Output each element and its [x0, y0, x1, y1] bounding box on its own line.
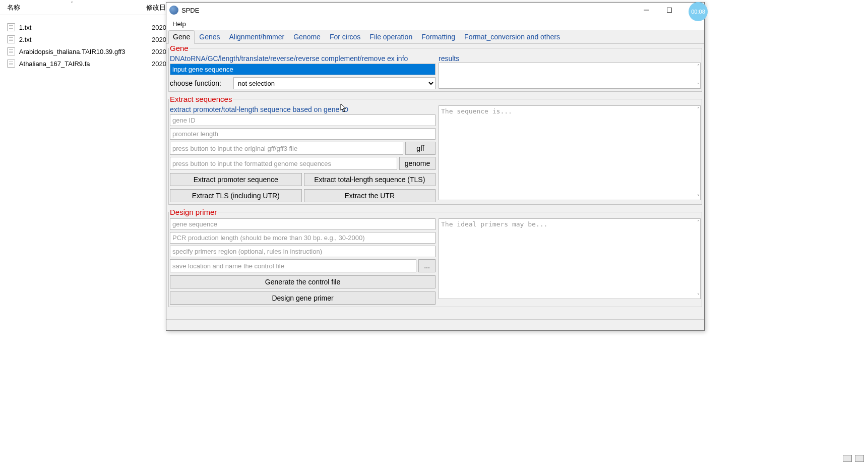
- control-file-browse-button[interactable]: ...: [418, 259, 436, 272]
- file-row[interactable]: Arabidopsis_thaliana.TAIR10.39.gff3 2020: [0, 45, 166, 57]
- extract-sequences-group: Extract sequences extract promoter/total…: [168, 95, 702, 205]
- gene-results-output[interactable]: [439, 63, 701, 89]
- sort-indicator-icon: ˅: [71, 1, 73, 7]
- column-date-header[interactable]: 修改日: [146, 3, 166, 12]
- file-icon: [7, 47, 15, 55]
- results-label: results: [439, 54, 701, 63]
- explorer-header: ˅ 名称 修改日: [0, 0, 166, 15]
- tab-formatting[interactable]: Formatting: [417, 30, 460, 43]
- tab-gene[interactable]: Gene: [168, 30, 195, 44]
- minimize-button[interactable]: [635, 3, 658, 18]
- gene-desc-label: DNAtoRNA/GC/length/translate/reverse/rev…: [170, 54, 436, 64]
- tab-content: Gene DNAtoRNA/GC/length/translate/revers…: [166, 44, 704, 319]
- scroll-up-icon[interactable]: ˄: [697, 106, 700, 112]
- extract-tls-button[interactable]: Extract total-length sequence (TLS): [304, 173, 436, 186]
- titlebar: SPDE: [166, 3, 704, 18]
- tab-alignment-hmmer[interactable]: Alignment/hmmer: [225, 30, 289, 43]
- file-name: Athaliana_167_TAIR9.fa: [19, 60, 152, 68]
- scroll-up-icon[interactable]: ˄: [697, 219, 700, 225]
- file-row[interactable]: 1.txt 2020: [0, 21, 166, 33]
- file-row[interactable]: 2.txt 2020: [0, 33, 166, 45]
- file-date: 2020: [152, 48, 166, 55]
- gene-sequence-input[interactable]: [170, 64, 436, 75]
- choose-function-select[interactable]: not selection: [233, 77, 436, 89]
- gene-group: Gene DNAtoRNA/GC/length/translate/revers…: [168, 44, 702, 92]
- choose-function-label: choose function:: [170, 79, 230, 87]
- svg-rect-1: [667, 8, 672, 13]
- tab-file-operation[interactable]: File operation: [365, 30, 417, 43]
- extract-results-output[interactable]: [439, 105, 701, 200]
- tabbar: Gene Genes Alignment/hmmer Genome For ci…: [166, 30, 704, 44]
- gff-path-input[interactable]: [170, 142, 403, 155]
- genome-browse-button[interactable]: genome: [399, 157, 436, 170]
- app-icon: [169, 6, 178, 15]
- primer-gene-sequence-input[interactable]: [170, 218, 436, 230]
- scroll-down-icon[interactable]: ˅: [697, 82, 700, 88]
- tab-for-circos[interactable]: For circos: [325, 30, 365, 43]
- tray-icon[interactable]: [855, 455, 864, 462]
- column-name-header[interactable]: 名称: [0, 3, 146, 12]
- file-icon: [7, 60, 15, 68]
- generate-control-file-button[interactable]: Generate the control file: [170, 275, 436, 288]
- file-list: 1.txt 2020 2.txt 2020 Arabidopsis_thalia…: [0, 15, 166, 70]
- file-name: 2.txt: [19, 36, 152, 43]
- maximize-button[interactable]: [658, 3, 681, 18]
- pcr-length-input[interactable]: [170, 232, 436, 244]
- extract-tls-utr-button[interactable]: Extract TLS (including UTR): [170, 189, 302, 202]
- file-name: Arabidopsis_thaliana.TAIR10.39.gff3: [19, 48, 152, 55]
- gff-browse-button[interactable]: gff: [405, 142, 436, 155]
- primer-results-output[interactable]: [439, 218, 701, 299]
- tab-format-conversion[interactable]: Format_conversion and others: [460, 30, 565, 43]
- file-date: 2020: [152, 36, 166, 43]
- file-icon: [7, 35, 15, 43]
- scroll-down-icon[interactable]: ˅: [697, 293, 700, 298]
- tab-genes[interactable]: Genes: [195, 30, 224, 43]
- scroll-down-icon[interactable]: ˅: [697, 194, 700, 199]
- gene-id-input[interactable]: [170, 114, 436, 126]
- file-date: 2020: [152, 60, 166, 68]
- file-icon: [7, 23, 15, 31]
- menubar: Help: [166, 18, 704, 30]
- extract-utr-button[interactable]: Extract the UTR: [304, 189, 436, 202]
- file-date: 2020: [152, 24, 166, 31]
- genome-path-input[interactable]: [170, 157, 397, 170]
- statusbar: [166, 319, 704, 330]
- extract-promoter-button[interactable]: Extract promoter sequence: [170, 173, 302, 186]
- recording-timer-badge: 00:08: [689, 2, 708, 21]
- menu-help[interactable]: Help: [169, 19, 189, 29]
- extract-desc-label: extract promoter/total-length sequence b…: [170, 105, 436, 114]
- window-title: SPDE: [181, 7, 199, 14]
- tab-genome[interactable]: Genome: [289, 30, 325, 43]
- primers-region-input[interactable]: [170, 246, 436, 257]
- file-explorer: ˅ 名称 修改日 1.txt 2020 2.txt 2020 Arabidops…: [0, 0, 166, 466]
- spde-window: SPDE Help Gene Genes Alignment/hmmer Gen…: [166, 2, 705, 331]
- file-name: 1.txt: [19, 24, 152, 31]
- design-primer-group: Design primer ... Generate the control f…: [168, 208, 702, 307]
- promoter-length-input[interactable]: [170, 128, 436, 140]
- tray-icons: [843, 455, 864, 462]
- scroll-up-icon[interactable]: ˄: [697, 64, 700, 69]
- primer-legend: Design primer: [169, 208, 218, 216]
- design-gene-primer-button[interactable]: Design gene primer: [170, 292, 436, 305]
- control-file-path-input[interactable]: [170, 259, 416, 272]
- file-row[interactable]: Athaliana_167_TAIR9.fa 2020: [0, 57, 166, 70]
- tray-icon[interactable]: [843, 455, 852, 462]
- extract-legend: Extract sequences: [169, 95, 233, 103]
- gene-legend: Gene: [169, 44, 190, 52]
